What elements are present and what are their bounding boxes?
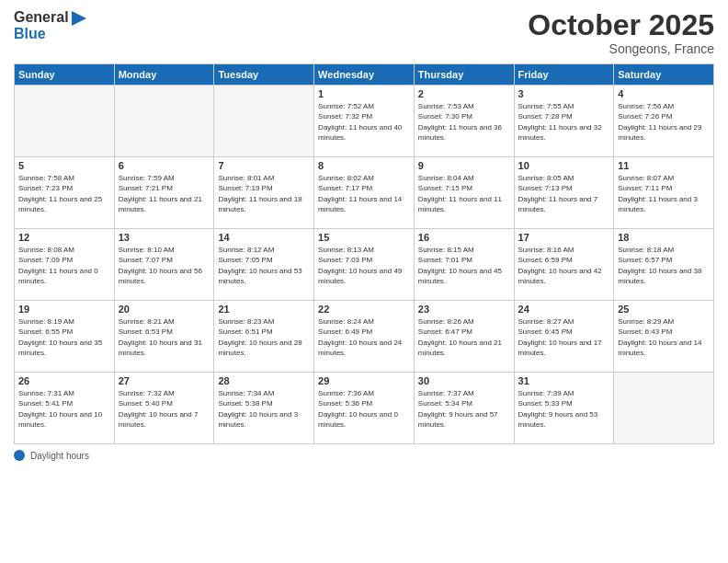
day-info: Sunrise: 8:21 AM Sunset: 6:53 PM Dayligh… [119, 316, 210, 358]
calendar-cell: 12 Sunrise: 8:08 AM Sunset: 7:09 PM Dayl… [15, 229, 115, 301]
calendar-week-4: 26 Sunrise: 7:31 AM Sunset: 5:41 PM Dayl… [15, 373, 714, 444]
calendar-cell: 20 Sunrise: 8:21 AM Sunset: 6:53 PM Dayl… [114, 301, 214, 373]
calendar-cell: 7 Sunrise: 8:01 AM Sunset: 7:19 PM Dayli… [214, 157, 314, 229]
day-number: 24 [518, 304, 610, 315]
day-info: Sunrise: 7:34 AM Sunset: 5:38 PM Dayligh… [218, 388, 310, 430]
calendar-cell: 3 Sunrise: 7:55 AM Sunset: 7:28 PM Dayli… [514, 86, 614, 157]
calendar-cell: 5 Sunrise: 7:58 AM Sunset: 7:23 PM Dayli… [15, 157, 115, 229]
day-info: Sunrise: 7:55 AM Sunset: 7:28 PM Dayligh… [518, 101, 610, 143]
calendar-week-3: 19 Sunrise: 8:19 AM Sunset: 6:55 PM Dayl… [15, 301, 714, 373]
day-info: Sunrise: 7:53 AM Sunset: 7:30 PM Dayligh… [418, 101, 510, 143]
calendar-cell: 24 Sunrise: 8:27 AM Sunset: 6:45 PM Dayl… [514, 301, 614, 373]
calendar-cell: 29 Sunrise: 7:36 AM Sunset: 5:36 PM Dayl… [314, 373, 415, 444]
calendar-cell: 1 Sunrise: 7:52 AM Sunset: 7:32 PM Dayli… [314, 86, 415, 157]
calendar-cell [214, 86, 314, 157]
calendar-col-sunday: Sunday [15, 64, 115, 86]
day-info: Sunrise: 7:56 AM Sunset: 7:26 PM Dayligh… [618, 101, 710, 143]
footer: Daylight hours [14, 450, 714, 461]
calendar-col-friday: Friday [514, 64, 614, 86]
calendar-table: SundayMondayTuesdayWednesdayThursdayFrid… [14, 63, 714, 444]
day-info: Sunrise: 7:59 AM Sunset: 7:21 PM Dayligh… [119, 173, 210, 214]
svg-marker-0 [72, 11, 86, 26]
day-info: Sunrise: 7:31 AM Sunset: 5:41 PM Dayligh… [18, 388, 110, 430]
calendar-cell: 25 Sunrise: 8:29 AM Sunset: 6:43 PM Dayl… [614, 301, 714, 373]
day-number: 8 [318, 160, 410, 171]
calendar-cell: 30 Sunrise: 7:37 AM Sunset: 5:34 PM Dayl… [414, 373, 514, 444]
day-info: Sunrise: 7:58 AM Sunset: 7:23 PM Dayligh… [18, 173, 110, 214]
daylight-hours-label: Daylight hours [30, 451, 89, 461]
day-number: 14 [218, 232, 310, 243]
day-number: 19 [18, 304, 110, 315]
calendar-col-saturday: Saturday [614, 64, 714, 86]
calendar-cell: 9 Sunrise: 8:04 AM Sunset: 7:15 PM Dayli… [414, 157, 514, 229]
day-number: 28 [218, 375, 310, 386]
day-number: 2 [418, 88, 510, 99]
calendar-week-0: 1 Sunrise: 7:52 AM Sunset: 7:32 PM Dayli… [15, 86, 714, 157]
day-number: 25 [618, 304, 710, 315]
day-info: Sunrise: 7:36 AM Sunset: 5:36 PM Dayligh… [318, 388, 410, 430]
day-number: 31 [518, 375, 610, 386]
day-number: 12 [18, 232, 110, 243]
day-info: Sunrise: 8:05 AM Sunset: 7:13 PM Dayligh… [518, 173, 610, 214]
day-number: 21 [218, 304, 310, 315]
day-number: 15 [318, 232, 410, 243]
calendar-cell: 2 Sunrise: 7:53 AM Sunset: 7:30 PM Dayli… [414, 86, 514, 157]
calendar-cell: 10 Sunrise: 8:05 AM Sunset: 7:13 PM Dayl… [514, 157, 614, 229]
day-info: Sunrise: 8:29 AM Sunset: 6:43 PM Dayligh… [618, 316, 710, 358]
day-info: Sunrise: 8:23 AM Sunset: 6:51 PM Dayligh… [218, 316, 310, 358]
day-number: 16 [418, 232, 510, 243]
calendar-cell: 8 Sunrise: 8:02 AM Sunset: 7:17 PM Dayli… [314, 157, 415, 229]
day-info: Sunrise: 7:37 AM Sunset: 5:34 PM Dayligh… [418, 388, 510, 430]
calendar-cell: 13 Sunrise: 8:10 AM Sunset: 7:07 PM Dayl… [114, 229, 214, 301]
day-number: 26 [18, 375, 110, 386]
day-info: Sunrise: 8:18 AM Sunset: 6:57 PM Dayligh… [618, 245, 710, 286]
day-info: Sunrise: 7:52 AM Sunset: 7:32 PM Dayligh… [318, 101, 410, 143]
calendar-cell: 17 Sunrise: 8:16 AM Sunset: 6:59 PM Dayl… [514, 229, 614, 301]
calendar-cell: 14 Sunrise: 8:12 AM Sunset: 7:05 PM Dayl… [214, 229, 314, 301]
logo-text: General Blue [14, 9, 86, 43]
calendar-cell: 6 Sunrise: 7:59 AM Sunset: 7:21 PM Dayli… [114, 157, 214, 229]
calendar-cell [114, 86, 214, 157]
calendar-col-wednesday: Wednesday [314, 64, 415, 86]
day-number: 11 [618, 160, 710, 171]
day-info: Sunrise: 8:13 AM Sunset: 7:03 PM Dayligh… [318, 245, 410, 286]
calendar-cell: 19 Sunrise: 8:19 AM Sunset: 6:55 PM Dayl… [15, 301, 115, 373]
logo-arrow-icon [70, 11, 86, 26]
calendar-week-1: 5 Sunrise: 7:58 AM Sunset: 7:23 PM Dayli… [15, 157, 714, 229]
day-number: 10 [518, 160, 610, 171]
calendar-cell: 22 Sunrise: 8:24 AM Sunset: 6:49 PM Dayl… [314, 301, 415, 373]
logo: General Blue [14, 9, 86, 43]
calendar-col-thursday: Thursday [414, 64, 514, 86]
day-info: Sunrise: 8:16 AM Sunset: 6:59 PM Dayligh… [518, 245, 610, 286]
day-number: 7 [218, 160, 310, 171]
day-number: 13 [119, 232, 210, 243]
calendar-cell: 26 Sunrise: 7:31 AM Sunset: 5:41 PM Dayl… [15, 373, 115, 444]
calendar-cell [15, 86, 115, 157]
calendar-cell: 11 Sunrise: 8:07 AM Sunset: 7:11 PM Dayl… [614, 157, 714, 229]
calendar-col-tuesday: Tuesday [214, 64, 314, 86]
day-number: 3 [518, 88, 610, 99]
calendar-header-row: SundayMondayTuesdayWednesdayThursdayFrid… [15, 64, 714, 86]
day-number: 29 [318, 375, 410, 386]
day-number: 9 [418, 160, 510, 171]
day-info: Sunrise: 7:32 AM Sunset: 5:40 PM Dayligh… [119, 388, 210, 430]
day-info: Sunrise: 8:10 AM Sunset: 7:07 PM Dayligh… [119, 245, 210, 286]
calendar-week-2: 12 Sunrise: 8:08 AM Sunset: 7:09 PM Dayl… [15, 229, 714, 301]
day-number: 1 [318, 88, 410, 99]
subtitle: Songeons, France [528, 41, 714, 56]
day-info: Sunrise: 8:01 AM Sunset: 7:19 PM Dayligh… [218, 173, 310, 214]
page: General Blue October 2025 Songeons, Fran… [0, 0, 728, 563]
calendar-cell: 21 Sunrise: 8:23 AM Sunset: 6:51 PM Dayl… [214, 301, 314, 373]
calendar-cell: 18 Sunrise: 8:18 AM Sunset: 6:57 PM Dayl… [614, 229, 714, 301]
day-info: Sunrise: 8:26 AM Sunset: 6:47 PM Dayligh… [418, 316, 510, 358]
calendar-cell [614, 373, 714, 444]
day-number: 17 [518, 232, 610, 243]
day-number: 20 [119, 304, 210, 315]
calendar-cell: 31 Sunrise: 7:39 AM Sunset: 5:33 PM Dayl… [514, 373, 614, 444]
logo-blue: Blue [14, 26, 46, 41]
day-info: Sunrise: 8:19 AM Sunset: 6:55 PM Dayligh… [18, 316, 110, 358]
day-info: Sunrise: 8:15 AM Sunset: 7:01 PM Dayligh… [418, 245, 510, 286]
day-info: Sunrise: 8:04 AM Sunset: 7:15 PM Dayligh… [418, 173, 510, 214]
calendar-cell: 15 Sunrise: 8:13 AM Sunset: 7:03 PM Dayl… [314, 229, 415, 301]
logo-general: General [14, 9, 69, 25]
